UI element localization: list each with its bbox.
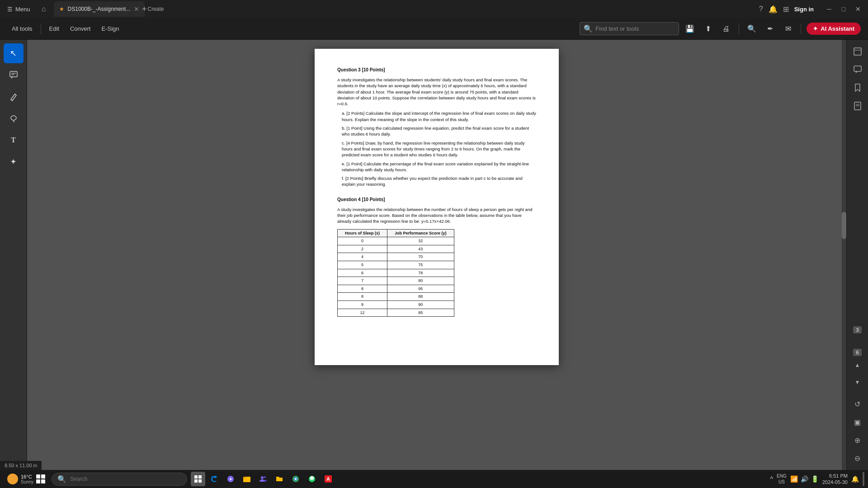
weather-sun-icon — [7, 474, 18, 484]
help-icon[interactable]: ? — [759, 5, 763, 13]
table-cell-y: 70 — [387, 253, 454, 261]
stamp-tool[interactable]: ✦ — [4, 152, 24, 172]
start-button[interactable] — [33, 472, 48, 486]
tab-favicon: ★ — [59, 6, 64, 12]
item-b-label: b. — [342, 126, 347, 131]
edit-button[interactable]: Edit — [45, 23, 64, 34]
text-tool[interactable]: T — [4, 130, 24, 150]
sign-in-button[interactable]: Sign in — [794, 6, 814, 13]
acrobat-taskbar-app[interactable]: A — [321, 472, 335, 486]
upload-icon[interactable]: ⬆ — [701, 22, 715, 36]
nav-buttons: ⌂ — [38, 3, 50, 15]
teams-app[interactable] — [256, 472, 270, 486]
wifi-icon[interactable]: 📶 — [790, 475, 798, 483]
search-toolbar: 🔍 💾 ⬆ 🖨 🔍 ✒ ✉ ✦ AI Assistant — [580, 22, 861, 36]
page-panel-tool[interactable] — [849, 98, 866, 114]
scrollbar-thumb[interactable] — [842, 212, 846, 239]
comment-panel-tool[interactable] — [849, 61, 866, 78]
page-content: Question 3 [10 Points] A study investiga… — [337, 67, 536, 317]
zoom-out-right[interactable]: ⊖ — [849, 450, 866, 466]
table-cell-y: 85 — [387, 309, 454, 317]
table-cell-x: 4 — [338, 253, 387, 261]
lang-bottom: US — [777, 479, 787, 485]
svg-rect-14 — [198, 479, 202, 483]
notification-icon[interactable]: 🔔 — [769, 5, 778, 14]
find-input[interactable] — [595, 25, 675, 32]
svg-text:✦: ✦ — [229, 477, 232, 482]
clock[interactable]: 6:51 PM 2024-05-30 — [822, 473, 848, 486]
svg-point-19 — [261, 476, 264, 479]
browser-app2[interactable] — [288, 472, 303, 486]
scan2-icon[interactable]: ▣ — [849, 414, 866, 430]
ai-assistant-button[interactable]: ✦ AI Assistant — [807, 23, 861, 35]
question3-item-e: e. [1 Point] Calculate the percentage of… — [342, 161, 536, 173]
scrollbar[interactable] — [842, 40, 846, 470]
minimize-button[interactable]: ─ — [823, 3, 835, 15]
zoom-icon[interactable]: 🔍 — [745, 22, 759, 36]
browser-right-controls: ? 🔔 ⊞ Sign in — [759, 5, 814, 14]
pencil-tool[interactable] — [4, 87, 24, 107]
page-down-button[interactable]: ▼ — [849, 374, 866, 390]
taskbar-search[interactable]: 🔍 — [52, 473, 187, 486]
table-cell-y: 32 — [387, 237, 454, 245]
page-number-3[interactable]: 3 — [853, 326, 861, 333]
zoom-in-right[interactable]: ⊕ — [849, 432, 866, 448]
copilot-app[interactable]: ✦ — [223, 472, 238, 486]
table-header-x: Hours of Sleep (x) — [338, 229, 387, 237]
item-a-text: [2 Points] Calculate the slope and inter… — [342, 111, 536, 122]
svg-point-20 — [264, 476, 266, 478]
document-area[interactable]: Question 3 [10 Points] A study investiga… — [27, 40, 846, 470]
table-row: 032 — [338, 237, 454, 245]
whatsapp-app[interactable] — [305, 472, 319, 486]
svg-rect-18 — [243, 477, 246, 478]
bookmark-panel-tool[interactable] — [849, 80, 866, 96]
explorer-app[interactable] — [240, 472, 254, 486]
clock-time: 6:51 PM — [822, 473, 848, 479]
mail-icon[interactable]: ✉ — [781, 22, 795, 36]
pdf-page: Question 3 [10 Points] A study investiga… — [315, 49, 559, 365]
page-up-button[interactable]: ▲ — [849, 357, 866, 373]
comment-tool[interactable] — [4, 65, 24, 85]
search-icon: 🔍 — [584, 24, 593, 33]
find-input-wrap[interactable]: 🔍 — [580, 22, 679, 35]
acrobat-toolbar: All tools Edit Convert E-Sign 🔍 💾 ⬆ 🖨 🔍 … — [0, 18, 868, 40]
page-size-indicator: 8.50 x 11.00 in — [0, 461, 42, 470]
table-row: 780 — [338, 277, 454, 285]
all-tools-button[interactable]: All tools — [7, 23, 37, 34]
table-cell-y: 80 — [387, 277, 454, 285]
files-app[interactable] — [272, 472, 287, 486]
grid-icon[interactable]: ⊞ — [783, 5, 789, 14]
print-icon[interactable]: 🖨 — [719, 22, 733, 36]
esign-button[interactable]: E-Sign — [97, 23, 123, 34]
question3-title: Question 3 [10 Points] — [337, 67, 536, 73]
battery-icon[interactable]: 🔋 — [811, 475, 819, 483]
volume-icon[interactable]: 🔊 — [801, 475, 808, 483]
tab-close-button[interactable]: ✕ — [134, 5, 139, 13]
panel-tool[interactable] — [849, 43, 866, 60]
active-tab[interactable]: ★ DS1000B-_-Assignment... ✕ — [54, 1, 145, 17]
maximize-button[interactable]: □ — [837, 3, 850, 15]
pen-icon[interactable]: ✒ — [763, 22, 777, 36]
chevron-up-icon[interactable]: ^ — [770, 475, 773, 483]
save-icon[interactable]: 💾 — [683, 22, 697, 36]
item-a-label: a. — [342, 111, 347, 116]
cursor-tool[interactable]: ↖ — [4, 43, 24, 63]
home-button[interactable]: ⌂ — [38, 3, 50, 15]
page-number-6: 6 — [853, 349, 861, 356]
convert-button[interactable]: Convert — [66, 23, 95, 34]
ai-icon: ✦ — [813, 25, 818, 32]
browser-chrome: ☰ Menu ⌂ ★ DS1000B-_-Assignment... ✕ + C… — [0, 0, 868, 18]
language-badge[interactable]: ENG US — [777, 473, 787, 485]
rotate-icon[interactable]: ↺ — [849, 396, 866, 412]
taskbar-search-input[interactable] — [70, 476, 181, 482]
notification-bell-icon[interactable]: 🔔 — [851, 475, 859, 483]
taskbar-app-1[interactable] — [191, 472, 205, 486]
edge-app[interactable] — [207, 472, 222, 486]
question3-item-b: b. [1 Point] Using the calculated regres… — [342, 125, 536, 137]
taskbar-search-icon: 🔍 — [57, 475, 66, 483]
menu-button[interactable]: ☰ Menu — [4, 4, 34, 14]
main-area: ↖ T ✦ Question 3 [10 Points] A study inv… — [0, 40, 868, 470]
new-tab-button[interactable]: + Create — [146, 3, 159, 15]
close-button[interactable]: ✕ — [852, 3, 864, 15]
lasso-tool[interactable] — [4, 108, 24, 128]
